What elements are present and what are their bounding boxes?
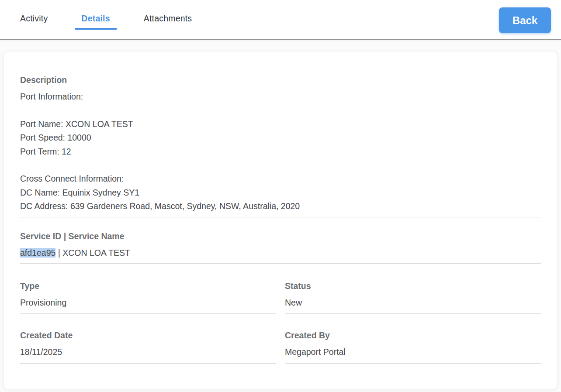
service-id-name-value: afd1ea95 | XCON LOA TEST	[20, 247, 541, 258]
field-created-by: Created By Megaport Portal	[285, 314, 541, 364]
tab-list: Activity Details Attachments	[0, 0, 561, 30]
created-by-value: Megaport Portal	[285, 346, 541, 358]
divider	[20, 217, 541, 217]
service-id-name-label: Service ID | Service Name	[20, 230, 541, 242]
divider	[285, 363, 541, 364]
field-type: Type Provisioning	[20, 264, 276, 314]
field-created-date: Created Date 18/11/2025	[20, 314, 276, 364]
tab-activity[interactable]: Activity	[14, 14, 54, 30]
type-value: Provisioning	[20, 297, 276, 308]
tab-bar: Activity Details Attachments Back	[0, 0, 561, 40]
status-value: New	[285, 297, 541, 308]
divider	[20, 363, 276, 364]
back-button[interactable]: Back	[499, 7, 551, 33]
service-id-selected-text: afd1ea95	[20, 248, 55, 258]
tab-details[interactable]: Details	[75, 14, 116, 30]
type-label: Type	[20, 280, 276, 292]
service-name-text: | XCON LOA TEST	[55, 248, 130, 258]
description-text: Port Information: Port Name: XCON LOA TE…	[20, 90, 541, 213]
field-grid: Type Provisioning Status New Created Dat…	[20, 264, 541, 364]
created-by-label: Created By	[285, 330, 541, 341]
description-label: Description	[20, 74, 541, 86]
created-date-value: 18/11/2025	[20, 346, 276, 358]
created-date-label: Created Date	[20, 330, 276, 341]
status-label: Status	[285, 280, 541, 292]
details-card: Description Port Information: Port Name:…	[3, 51, 558, 390]
tab-attachments[interactable]: Attachments	[137, 14, 199, 30]
field-status: Status New	[285, 264, 541, 314]
